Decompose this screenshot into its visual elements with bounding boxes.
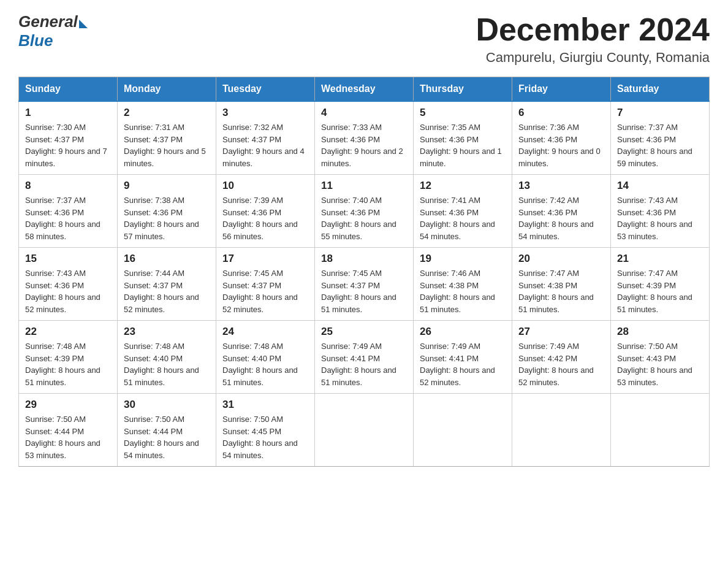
day-number: 30 [124,399,210,411]
day-info: Sunrise: 7:42 AMSunset: 4:36 PMDaylight:… [518,194,604,242]
day-info: Sunrise: 7:50 AMSunset: 4:45 PMDaylight:… [222,413,308,461]
calendar-cell: 31Sunrise: 7:50 AMSunset: 4:45 PMDayligh… [216,394,315,467]
day-info: Sunrise: 7:47 AMSunset: 4:38 PMDaylight:… [518,267,604,315]
day-number: 3 [222,107,308,119]
day-info: Sunrise: 7:38 AMSunset: 4:36 PMDaylight:… [124,194,210,242]
day-info: Sunrise: 7:50 AMSunset: 4:43 PMDaylight:… [617,340,703,388]
day-number: 17 [222,253,308,265]
month-year-title: December 2024 [476,12,710,47]
calendar-cell: 29Sunrise: 7:50 AMSunset: 4:44 PMDayligh… [19,394,118,467]
day-number: 21 [617,253,703,265]
day-info: Sunrise: 7:47 AMSunset: 4:39 PMDaylight:… [617,267,703,315]
day-info: Sunrise: 7:49 AMSunset: 4:41 PMDaylight:… [420,340,506,388]
location-subtitle: Campurelu, Giurgiu County, Romania [476,50,710,66]
calendar-cell: 15Sunrise: 7:43 AMSunset: 4:36 PMDayligh… [19,248,118,321]
calendar-cell: 21Sunrise: 7:47 AMSunset: 4:39 PMDayligh… [611,248,710,321]
day-number: 25 [321,326,407,338]
day-info: Sunrise: 7:31 AMSunset: 4:37 PMDaylight:… [124,121,210,169]
day-number: 23 [124,326,210,338]
calendar-cell: 4Sunrise: 7:33 AMSunset: 4:36 PMDaylight… [315,101,414,175]
day-number: 19 [420,253,506,265]
calendar-cell: 5Sunrise: 7:35 AMSunset: 4:36 PMDaylight… [414,101,512,175]
day-number: 7 [617,107,703,119]
weekday-header-friday: Friday [512,77,611,102]
calendar-cell: 2Sunrise: 7:31 AMSunset: 4:37 PMDaylight… [118,101,216,175]
day-number: 27 [518,326,604,338]
day-info: Sunrise: 7:40 AMSunset: 4:36 PMDaylight:… [321,194,407,242]
day-info: Sunrise: 7:50 AMSunset: 4:44 PMDaylight:… [124,413,210,461]
calendar-cell: 9Sunrise: 7:38 AMSunset: 4:36 PMDaylight… [118,175,216,248]
calendar-cell: 25Sunrise: 7:49 AMSunset: 4:41 PMDayligh… [315,321,414,394]
calendar-cell: 3Sunrise: 7:32 AMSunset: 4:37 PMDaylight… [216,101,315,175]
page-header: General Blue December 2024 Campurelu, Gi… [18,12,710,66]
day-number: 9 [124,180,210,192]
calendar-cell [611,394,710,467]
day-number: 28 [617,326,703,338]
logo-arrow-icon [79,20,88,28]
day-info: Sunrise: 7:43 AMSunset: 4:36 PMDaylight:… [25,267,111,315]
calendar-header-row: SundayMondayTuesdayWednesdayThursdayFrid… [19,77,710,102]
logo-blue-text: Blue [18,31,53,50]
calendar-cell: 22Sunrise: 7:48 AMSunset: 4:39 PMDayligh… [19,321,118,394]
day-info: Sunrise: 7:48 AMSunset: 4:39 PMDaylight:… [25,340,111,388]
calendar-cell: 1Sunrise: 7:30 AMSunset: 4:37 PMDaylight… [19,101,118,175]
calendar-week-row: 1Sunrise: 7:30 AMSunset: 4:37 PMDaylight… [19,101,710,175]
day-number: 26 [420,326,506,338]
day-info: Sunrise: 7:37 AMSunset: 4:36 PMDaylight:… [617,121,703,169]
day-info: Sunrise: 7:48 AMSunset: 4:40 PMDaylight:… [222,340,308,388]
calendar-cell: 27Sunrise: 7:49 AMSunset: 4:42 PMDayligh… [512,321,611,394]
calendar-cell: 7Sunrise: 7:37 AMSunset: 4:36 PMDaylight… [611,101,710,175]
day-number: 10 [222,180,308,192]
calendar-table: SundayMondayTuesdayWednesdayThursdayFrid… [18,77,710,467]
day-number: 8 [25,180,111,192]
calendar-cell: 18Sunrise: 7:45 AMSunset: 4:37 PMDayligh… [315,248,414,321]
day-info: Sunrise: 7:45 AMSunset: 4:37 PMDaylight:… [321,267,407,315]
day-number: 5 [420,107,506,119]
calendar-cell: 28Sunrise: 7:50 AMSunset: 4:43 PMDayligh… [611,321,710,394]
calendar-cell [414,394,512,467]
day-number: 6 [518,107,604,119]
day-number: 15 [25,253,111,265]
day-number: 11 [321,180,407,192]
day-info: Sunrise: 7:46 AMSunset: 4:38 PMDaylight:… [420,267,506,315]
calendar-cell: 23Sunrise: 7:48 AMSunset: 4:40 PMDayligh… [118,321,216,394]
day-number: 14 [617,180,703,192]
day-number: 4 [321,107,407,119]
calendar-cell: 11Sunrise: 7:40 AMSunset: 4:36 PMDayligh… [315,175,414,248]
weekday-header-wednesday: Wednesday [315,77,414,102]
weekday-header-monday: Monday [118,77,216,102]
calendar-cell: 16Sunrise: 7:44 AMSunset: 4:37 PMDayligh… [118,248,216,321]
calendar-cell: 17Sunrise: 7:45 AMSunset: 4:37 PMDayligh… [216,248,315,321]
day-number: 1 [25,107,111,119]
day-info: Sunrise: 7:44 AMSunset: 4:37 PMDaylight:… [124,267,210,315]
calendar-cell: 20Sunrise: 7:47 AMSunset: 4:38 PMDayligh… [512,248,611,321]
day-info: Sunrise: 7:43 AMSunset: 4:36 PMDaylight:… [617,194,703,242]
day-info: Sunrise: 7:32 AMSunset: 4:37 PMDaylight:… [222,121,308,169]
calendar-week-row: 8Sunrise: 7:37 AMSunset: 4:36 PMDaylight… [19,175,710,248]
calendar-cell: 24Sunrise: 7:48 AMSunset: 4:40 PMDayligh… [216,321,315,394]
day-info: Sunrise: 7:49 AMSunset: 4:42 PMDaylight:… [518,340,604,388]
day-number: 24 [222,326,308,338]
day-info: Sunrise: 7:35 AMSunset: 4:36 PMDaylight:… [420,121,506,169]
day-info: Sunrise: 7:41 AMSunset: 4:36 PMDaylight:… [420,194,506,242]
calendar-cell: 12Sunrise: 7:41 AMSunset: 4:36 PMDayligh… [414,175,512,248]
logo-general-text: General [18,12,78,31]
calendar-cell: 14Sunrise: 7:43 AMSunset: 4:36 PMDayligh… [611,175,710,248]
calendar-cell [512,394,611,467]
day-info: Sunrise: 7:49 AMSunset: 4:41 PMDaylight:… [321,340,407,388]
day-number: 20 [518,253,604,265]
calendar-cell [315,394,414,467]
day-info: Sunrise: 7:33 AMSunset: 4:36 PMDaylight:… [321,121,407,169]
calendar-cell: 10Sunrise: 7:39 AMSunset: 4:36 PMDayligh… [216,175,315,248]
weekday-header-thursday: Thursday [414,77,512,102]
logo: General Blue [18,12,88,50]
day-info: Sunrise: 7:48 AMSunset: 4:40 PMDaylight:… [124,340,210,388]
calendar-week-row: 29Sunrise: 7:50 AMSunset: 4:44 PMDayligh… [19,394,710,467]
day-info: Sunrise: 7:39 AMSunset: 4:36 PMDaylight:… [222,194,308,242]
calendar-cell: 13Sunrise: 7:42 AMSunset: 4:36 PMDayligh… [512,175,611,248]
title-block: December 2024 Campurelu, Giurgiu County,… [476,12,710,66]
calendar-cell: 30Sunrise: 7:50 AMSunset: 4:44 PMDayligh… [118,394,216,467]
day-info: Sunrise: 7:36 AMSunset: 4:36 PMDaylight:… [518,121,604,169]
weekday-header-sunday: Sunday [19,77,118,102]
day-number: 31 [222,399,308,411]
